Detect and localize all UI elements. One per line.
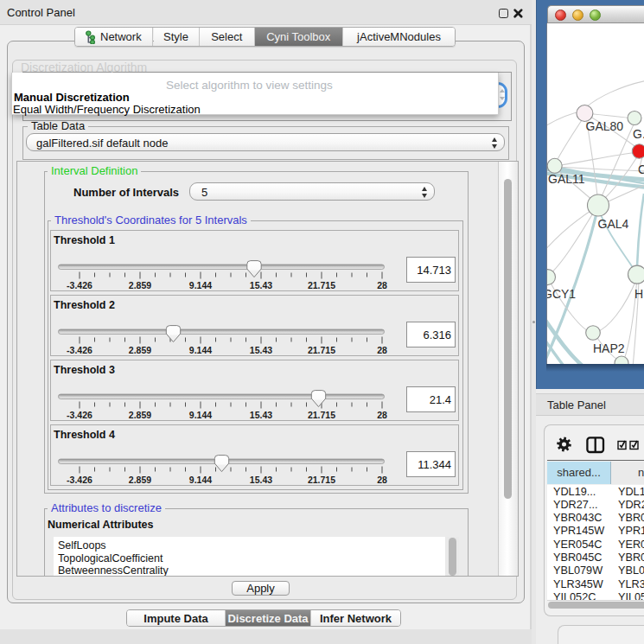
svg-text:-3.426: -3.426 <box>67 345 92 355</box>
svg-text:2.859: 2.859 <box>129 345 151 355</box>
svg-text:2.859: 2.859 <box>129 280 151 290</box>
svg-text:15.43: 15.43 <box>250 475 272 485</box>
svg-text:GAL80: GAL80 <box>586 119 624 133</box>
svg-text:28: 28 <box>377 280 387 290</box>
svg-text:2.859: 2.859 <box>129 475 151 485</box>
svg-text:9.144: 9.144 <box>189 280 212 290</box>
svg-text:C: C <box>638 163 644 176</box>
svg-text:GAL4: GAL4 <box>598 217 629 231</box>
svg-text:G.: G. <box>633 127 644 141</box>
svg-text:2.859: 2.859 <box>129 410 151 420</box>
svg-text:15.43: 15.43 <box>250 280 272 290</box>
svg-text:-3.426: -3.426 <box>67 280 92 290</box>
svg-text:21.715: 21.715 <box>308 410 335 420</box>
svg-text:28: 28 <box>377 410 387 420</box>
svg-text:GCY1: GCY1 <box>546 287 576 301</box>
svg-text:28: 28 <box>377 345 387 355</box>
svg-text:21.715: 21.715 <box>308 280 335 290</box>
svg-text:21.715: 21.715 <box>308 475 335 485</box>
svg-text:9.144: 9.144 <box>189 345 212 355</box>
svg-text:15.43: 15.43 <box>250 345 272 355</box>
svg-text:GAL11: GAL11 <box>548 172 585 186</box>
svg-text:15.43: 15.43 <box>250 410 272 420</box>
svg-text:21.715: 21.715 <box>308 345 335 355</box>
svg-text:9.144: 9.144 <box>189 410 212 420</box>
svg-text:-3.426: -3.426 <box>67 410 92 420</box>
svg-text:HAP2: HAP2 <box>593 341 625 355</box>
svg-text:H: H <box>634 287 643 301</box>
svg-text:9.144: 9.144 <box>189 475 212 485</box>
svg-text:28: 28 <box>377 475 387 485</box>
svg-text:-3.426: -3.426 <box>67 475 92 485</box>
